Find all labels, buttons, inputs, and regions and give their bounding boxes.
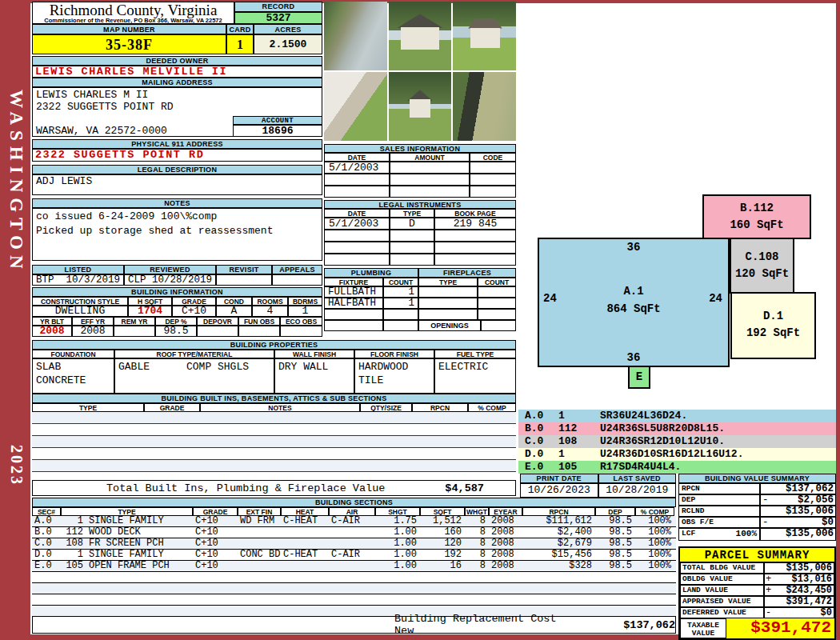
grade: C+10 <box>172 306 216 317</box>
col-grade: GRADE <box>193 507 238 516</box>
col-rpcn: RPCN <box>522 507 595 516</box>
built-ins-total-row: Total Built Ins, Plumbing & Fireplace Va… <box>32 480 516 496</box>
appeals-value <box>272 274 322 286</box>
section-row-b: B.0112WOOD DECKC+101.0016082008$2,40098.… <box>32 527 676 538</box>
ecoobs-label: ECO OBS <box>280 317 322 326</box>
plumbing-fireplaces: PLUMBING FIXTURE COUNT FULLBATH1 HALFBAT… <box>324 268 516 331</box>
section-row-d: D.01SINGLE FAMILYC+10CONC BDC-HEATC-AIR1… <box>32 550 676 561</box>
listed-label: LISTED <box>32 265 124 274</box>
built-ins-label: BUILDING BUILT INS, BASEMENTS, ATTICS & … <box>32 394 516 403</box>
section-empty-row <box>32 606 676 617</box>
replacement-cost-label: Building Replacement Cost New <box>394 613 569 637</box>
depovr <box>197 326 238 337</box>
grade-label: GRADE <box>172 297 216 306</box>
floor-label: FLOOR FINISH <box>354 350 434 358</box>
reviewed-value: CLP 10/28/2019 <box>124 274 216 286</box>
notes: co issued 6-24-2009 100\%comp Picked up … <box>32 208 322 261</box>
cond: A <box>216 306 252 317</box>
account-label: ACCOUNT <box>233 116 322 125</box>
notes-line: Picked up storage shed at reassessment <box>36 224 322 238</box>
parcel-row-land: LAND VALUE +$243,450 <box>680 585 834 596</box>
roof-value: GABLE COMP SHGLS <box>114 358 274 394</box>
wall-label: WALL FINISH <box>274 350 354 358</box>
instr-col-date: DATE <box>324 209 390 218</box>
bi-grade-col: GRADE <box>144 403 200 412</box>
owner-panel: Richmond County, Virginia Commissioner o… <box>32 2 322 337</box>
instrument-row <box>324 242 516 254</box>
legal-description: ADJ LEWIS <box>32 174 322 195</box>
sketch-section-d: D.1 192 SqFt <box>730 292 816 359</box>
fireplaces-table: FIREPLACES TYPE COUNT OPENINGS <box>418 268 516 331</box>
record-box: RECORD 5327 <box>234 2 322 24</box>
parcel-summary-label: PARCEL SUMMARY <box>680 548 834 562</box>
legend-row-d: D.0 1 U24R36D10SR16D12L16U12. <box>518 448 836 461</box>
sketch-legend: A.0 1 SR36U24L36D24. B.0 112 U24R36SL5U8… <box>518 410 836 474</box>
col-type: TYPE <box>61 507 193 516</box>
frame-edge-right <box>836 0 840 640</box>
foundation-value: SLAB CONCRETE <box>32 358 114 394</box>
sale-date: 5/1/2003 <box>324 162 390 174</box>
instrument-row: 5/1/2003 D 219 845 <box>324 218 516 230</box>
legal-instruments-label: LEGAL INSTRUMENTS <box>324 200 516 209</box>
building-sections-table: BUILDING SECTIONS SEC# TYPE GRADE EXT FI… <box>32 498 676 634</box>
parcel-summary: PARCEL SUMMARY TOTAL BLDG VALUE $135,006… <box>678 546 836 640</box>
building-value-summary: BUILDING VALUE SUMMARY RPCN $137,062 DEP… <box>678 474 836 541</box>
legal-instruments-table: LEGAL INSTRUMENTS DATE TYPE BOOK PAGE 5/… <box>324 200 516 266</box>
section-row-a: A.01SINGLE FAMILYC+10WD FRMC-HEATC-AIR1.… <box>32 516 676 527</box>
print-date: 10/26/2023 <box>520 483 598 498</box>
construction-style-label: CONSTRUCTION STYLE <box>32 297 128 306</box>
effyr-label: EFF YR <box>72 317 114 326</box>
physical-address: 2322 SUGGETTS POINT RD <box>32 149 322 162</box>
taxable-value-row: TAXABLE VALUE $391,472 <box>680 618 834 638</box>
house-body <box>401 27 440 50</box>
fixture: FULLBATH <box>324 286 383 298</box>
col-dep: DEP <box>595 507 635 516</box>
sales-information-label: SALES INFORMATION <box>324 144 516 153</box>
reviewed-date: 10/28/2019 <box>152 275 212 285</box>
funobs-label: FUN OBS <box>238 317 280 326</box>
parcel-row-obldg: OBLDG VALUE +$13,016 <box>680 574 834 585</box>
count-col: COUNT <box>383 278 418 286</box>
reviewed-label: REVIEWED <box>124 265 216 274</box>
deeded-owner: LEWIS CHARLES MELVILLE II <box>32 66 322 78</box>
built-ins-empty-row <box>32 412 516 424</box>
col-shgt: SHGT <box>375 507 420 516</box>
instrument-row <box>324 254 516 266</box>
sale-code <box>470 162 516 174</box>
building-sketch: B.112 160 SqFt 36 24 24 36 A.1 864 SqFt … <box>520 0 836 408</box>
taxable-value: $391,472 <box>726 618 834 638</box>
sketch-section-c: C.108 120 SqFt <box>730 238 794 294</box>
legend-row-e: E.0 105 R17SD4R4U4L4. <box>518 461 836 474</box>
building-information-label: BUILDING INFORMATION <box>32 287 322 297</box>
instr-col-bookpage: BOOK PAGE <box>434 209 516 218</box>
col-air: AIR <box>329 507 375 516</box>
instrument-row <box>324 230 516 242</box>
revisit-value <box>216 274 272 286</box>
sales-panel: SALES INFORMATION DATE AMOUNT CODE 5/1/2… <box>324 2 516 331</box>
record-label: RECORD <box>234 2 322 12</box>
cond-label: COND <box>216 297 252 306</box>
physical-address-label: PHYSICAL 911 ADDRESS <box>32 139 322 149</box>
property-record-card: WASHINGTON 2023 Richmond County, Virgini… <box>0 0 840 640</box>
openings-value <box>481 320 516 331</box>
building-properties-label: BUILDING PROPERTIES <box>32 340 516 350</box>
last-saved: 10/28/2019 <box>598 483 677 498</box>
col-sec: SEC# <box>32 507 61 516</box>
sale-amount <box>390 162 470 174</box>
reviewed-code: CLP <box>128 275 146 285</box>
fuel-label: FUEL TYPE <box>434 350 516 358</box>
sales-col-amount: AMOUNT <box>390 153 470 162</box>
sketch-section-a: 36 24 24 36 A.1 864 SqFt <box>538 238 730 367</box>
sketch-section-e: E <box>628 366 650 389</box>
col-extfin: EXT FIN <box>238 507 281 516</box>
record-number: 5327 <box>234 12 322 24</box>
fuel-value: ELECTRIC <box>434 358 516 394</box>
floor-value: HARDWOOD TILE <box>354 358 434 394</box>
print-dates: PRINT DATE LAST SAVED 10/26/2023 10/28/2… <box>520 474 676 498</box>
built-ins-table: BUILDING BUILT INS, BASEMENTS, ATTICS & … <box>32 394 516 472</box>
bvs-row-rclnd: RCLND $135,006 <box>678 506 836 517</box>
parcel-row-appraised: APPRAISED VALUE $391,472 <box>680 596 834 607</box>
fixture-col: FIXTURE <box>324 278 383 286</box>
acres-label: ACRES <box>254 24 322 34</box>
dep-pct: 98.5 <box>155 326 197 337</box>
